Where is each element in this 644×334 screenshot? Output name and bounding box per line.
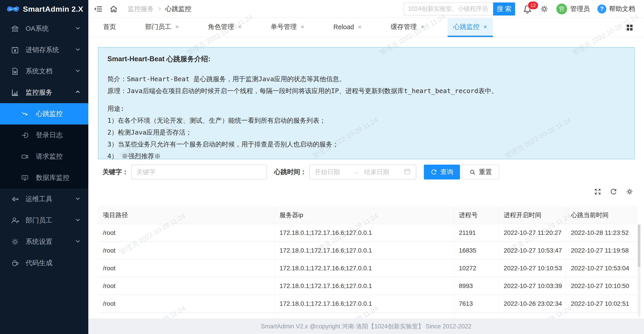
- close-icon[interactable]: ×: [358, 24, 362, 31]
- table-row[interactable]: /root 172.18.0.1;172.17.16.6;127.0.0.1 1…: [98, 259, 638, 277]
- panel-usage-item: 4） ※强烈推荐※: [107, 150, 626, 162]
- menu-fold-icon[interactable]: [94, 5, 103, 13]
- close-icon[interactable]: ×: [421, 24, 424, 31]
- notification-badge: 12: [528, 1, 538, 10]
- svg-text:SQL: SQL: [23, 176, 27, 178]
- column-header: 进程号: [454, 206, 499, 224]
- chevron-down-icon: [75, 25, 81, 33]
- trend-line-icon: [21, 110, 30, 118]
- sidebar-item-erp[interactable]: 进销存系统: [0, 39, 88, 61]
- end-date-placeholder[interactable]: 结束日期: [364, 168, 404, 176]
- breadcrumb-current: 心跳监控: [165, 5, 191, 14]
- keyword-input[interactable]: [131, 165, 267, 179]
- global-search-button[interactable]: 搜 索: [493, 3, 515, 16]
- table-row[interactable]: /root 172.18.0.1;172.17.16.6;127.0.0.1 7…: [98, 295, 638, 313]
- help-label: 帮助文档: [609, 5, 635, 14]
- sidebar-item-codegen[interactable]: 代码生成: [0, 252, 88, 274]
- chevron-down-icon: [75, 217, 81, 224]
- chevron-down-icon: [75, 46, 81, 54]
- sidebar-item-request-monitor[interactable]: 请求监控: [0, 146, 88, 167]
- notifications-button[interactable]: 12: [523, 4, 532, 14]
- reset-button[interactable]: 重置: [462, 165, 499, 179]
- page-tabbar: 首页 部门员工 × 角色管理 × 单号管理 × Reload × 缓存管理 × …: [88, 18, 644, 37]
- avatar: 管: [556, 4, 567, 14]
- chevron-down-icon: [75, 195, 81, 203]
- close-icon[interactable]: ×: [301, 24, 304, 31]
- close-icon[interactable]: ×: [238, 24, 242, 31]
- keyword-label: 关键字：: [102, 168, 128, 177]
- gear-icon: [10, 238, 20, 246]
- breadcrumb-separator: >: [158, 6, 161, 12]
- sidebar-menu: OA系统 进销存系统 系统文档 监控服务: [0, 18, 88, 274]
- help-docs-link[interactable]: ? 帮助文档: [598, 5, 635, 14]
- usb-tool-icon: [10, 195, 20, 203]
- column-header: 进程开启时间: [499, 206, 566, 224]
- close-icon[interactable]: ×: [484, 24, 487, 31]
- user-menu[interactable]: 管 管理员: [556, 4, 590, 14]
- page-footer: SmartAdmin V2.x @copyright 河南·洛阳【1024创新实…: [88, 318, 644, 334]
- heartbeat-intro-panel: Smart-Heart-Beat 心跳服务介绍: 简介：Smart-Heart-…: [98, 47, 635, 159]
- close-icon[interactable]: ×: [175, 24, 179, 31]
- sidebar-item-docs[interactable]: 系统文档: [0, 61, 88, 82]
- sidebar-item-monitor[interactable]: 监控服务: [0, 82, 88, 103]
- app-logo[interactable]: SmartAdmin 2.X: [0, 0, 88, 18]
- breadcrumb-section[interactable]: 监控服务: [128, 5, 154, 14]
- panel-usage-label: 用途:: [107, 103, 626, 115]
- arrow-right-icon: →: [348, 168, 364, 176]
- start-date-placeholder[interactable]: 开始日期: [315, 168, 348, 176]
- panel-title: Smart-Heart-Beat 心跳服务介绍:: [107, 54, 626, 64]
- global-search-input[interactable]: [404, 3, 493, 16]
- gear-icon: [540, 5, 549, 14]
- query-button[interactable]: 查询: [424, 165, 460, 179]
- sidebar-submenu-monitor: 心跳监控 登录日志 请求监控 SQL 数据库监控: [0, 103, 88, 188]
- date-range-picker[interactable]: 开始日期 → 结束日期: [309, 165, 416, 179]
- user-name: 管理员: [570, 5, 590, 14]
- sidebar-item-ops-tools[interactable]: 运维工具: [0, 188, 88, 210]
- chevron-up-icon: [75, 89, 81, 97]
- login-icon: [21, 131, 30, 139]
- tab-home[interactable]: 首页: [97, 18, 122, 37]
- tab-heartbeat[interactable]: 心跳监控 ×: [448, 18, 493, 37]
- table-header-row: 项目路径 服务器ip 进程号 进程开启时间 心跳当前时间: [98, 206, 638, 224]
- table-toolbar: [594, 188, 633, 195]
- video-camera-icon: [21, 153, 30, 160]
- table-scrollbar[interactable]: [638, 224, 640, 317]
- panel-usage-item: 1）在各个环境（无论开发、测试、生产）能统一看到所有启动的服务列表；: [107, 115, 626, 127]
- tab-layout-grid-icon[interactable]: [626, 18, 644, 37]
- calendar-icon: [404, 168, 411, 177]
- sidebar-item-department[interactable]: 部门员工: [0, 210, 88, 231]
- app-logo-icon: [7, 3, 19, 15]
- sidebar-item-oa[interactable]: OA系统: [0, 18, 88, 39]
- refresh-icon[interactable]: [610, 188, 617, 195]
- panel-usage-item: 2）检测Java应用是否存活；: [107, 127, 626, 138]
- tab-roles[interactable]: 角色管理 ×: [202, 18, 248, 37]
- sidebar-item-settings[interactable]: 系统设置: [0, 231, 88, 252]
- table-row[interactable]: /root 172.18.0.1;172.17.16.6;127.0.0.1 5…: [98, 313, 638, 318]
- scrollbar-thumb[interactable]: [638, 224, 640, 267]
- top-header: 监控服务 > 心跳监控 搜 索 12 管 管理员 ? 帮助文档: [88, 0, 644, 18]
- question-icon: ?: [598, 5, 606, 14]
- column-header: 心跳当前时间: [566, 206, 638, 224]
- table-row[interactable]: /root 172.18.0.1;172.17.16.6;127.0.0.1 2…: [98, 224, 638, 242]
- heartbeat-time-label: 心跳时间：: [274, 168, 307, 177]
- user-icon: [10, 216, 20, 224]
- tab-department[interactable]: 部门员工 ×: [140, 18, 185, 37]
- column-settings-icon[interactable]: [626, 188, 633, 195]
- table-row[interactable]: /root 172.18.0.1;172.17.16.6;127.0.0.1 8…: [98, 277, 638, 295]
- sidebar-item-db-monitor[interactable]: SQL 数据库监控: [0, 167, 88, 188]
- search-icon: [469, 169, 476, 175]
- table-row[interactable]: /root 172.18.0.1;172.17.16.6;127.0.0.1 1…: [98, 242, 638, 259]
- global-search: 搜 索: [404, 3, 515, 16]
- home-icon[interactable]: [110, 5, 118, 13]
- tab-reload[interactable]: Reload ×: [328, 18, 368, 37]
- tab-cache[interactable]: 缓存管理 ×: [385, 18, 430, 37]
- breadcrumb: 监控服务 > 心跳监控: [128, 5, 191, 14]
- sidebar-item-login-log[interactable]: 登录日志: [0, 125, 88, 146]
- fullscreen-icon[interactable]: [594, 188, 602, 195]
- document-w-icon: [10, 67, 20, 75]
- tab-serial-number[interactable]: 单号管理 ×: [265, 18, 310, 37]
- sidebar-item-heartbeat[interactable]: 心跳监控: [0, 103, 88, 125]
- header-settings-button[interactable]: [540, 5, 549, 14]
- invoice-calendar-icon: [10, 46, 20, 54]
- chevron-down-icon: [75, 68, 81, 75]
